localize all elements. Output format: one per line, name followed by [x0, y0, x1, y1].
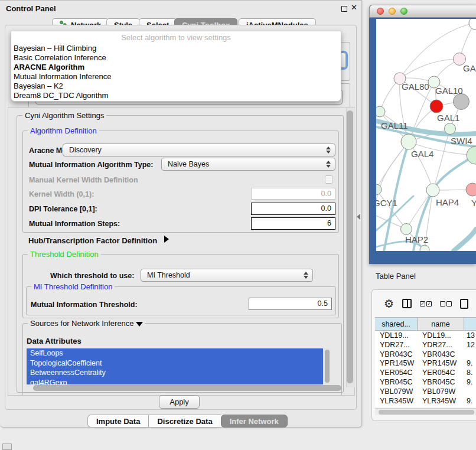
network-graph: GALGAL80GAL10GAL1GAL11SWI4GAL4GCY1HAP4YH…	[376, 19, 476, 251]
attribute-item[interactable]: BetweennessCentrality	[27, 368, 323, 378]
table-row[interactable]: YBR043CYBR043C	[375, 350, 476, 360]
algorithm-option[interactable]: Basic Correlation Inference	[11, 53, 341, 63]
node-label: GAL11	[381, 120, 408, 131]
network-node[interactable]	[401, 224, 412, 235]
select-all-icon[interactable]: ✓✓	[420, 301, 432, 306]
column-header-name[interactable]: name	[418, 318, 464, 330]
apply-button[interactable]: Apply	[159, 395, 200, 409]
tab-discretize-data[interactable]: Discretize Data	[148, 415, 220, 428]
node-label: Y	[471, 198, 476, 208]
table-row[interactable]: YPR145WYPR145W9.	[375, 359, 476, 369]
columns-icon[interactable]	[402, 299, 412, 308]
tab-infer-network[interactable]: Infer Network	[221, 415, 288, 428]
gear-icon[interactable]: ⚙	[384, 298, 394, 309]
table-row[interactable]: YDR27...YDR27...12	[375, 341, 476, 350]
table-row[interactable]: YLR345WYLR345W9.	[375, 397, 476, 406]
algorithm-option[interactable]: ARACNE Algorithm	[11, 63, 341, 72]
combo-stepper-icon	[304, 272, 308, 279]
settings-hscrollbar-thumb[interactable]	[33, 385, 341, 391]
table-cell: YDL19...	[375, 331, 418, 341]
settings-scroll-panel: Cyni Algorithm Settings Algorithm Defini…	[8, 107, 355, 396]
which-threshold-combo[interactable]: MI Threshold	[141, 269, 313, 282]
table-cell: 12	[464, 341, 476, 350]
table-cell: YBR043C	[418, 350, 464, 360]
node-label: HAP4	[436, 197, 459, 207]
network-node[interactable]	[430, 100, 443, 113]
table-row[interactable]: YDL19...YDL19...13	[375, 331, 476, 341]
splitpane-collapse-icon[interactable]	[357, 214, 360, 220]
table-row[interactable]: YBR045CYBR045C9.	[375, 378, 476, 387]
table-cell: 9.	[464, 359, 476, 369]
dpi-tolerance-field[interactable]: 0.0	[251, 203, 335, 215]
collapse-arrow-icon[interactable]	[136, 322, 143, 327]
network-node[interactable]	[466, 183, 476, 196]
teal-edge[interactable]	[454, 229, 476, 251]
table-row[interactable]: YBL079WYBL079W	[375, 387, 476, 397]
table-cell: YBL079W	[375, 387, 418, 397]
algorithm-option[interactable]: Bayesian – Hill Climbing	[11, 44, 341, 53]
algorithm-option[interactable]: Dream8 DC_TDC Algorithm	[11, 91, 341, 100]
data-attributes-list[interactable]: SelfLoopsTopologicalCoefficientBetweenne…	[27, 348, 323, 384]
mi-type-combo[interactable]: Naive Bayes	[161, 158, 335, 171]
bottom-tab-bar: Impute Data Discretize Data Infer Networ…	[87, 415, 288, 428]
which-threshold-label: Which threshold to use:	[50, 272, 134, 280]
export-table-icon[interactable]	[460, 299, 468, 309]
network-node[interactable]	[376, 184, 382, 195]
float-window-icon[interactable]	[341, 6, 347, 12]
gray-edge[interactable]	[433, 129, 450, 190]
table-cell: 8.	[464, 369, 476, 378]
table-cell: 9.	[464, 397, 476, 406]
table-cell: 9.	[464, 406, 476, 407]
table-hscrollbar-thumb[interactable]	[379, 410, 474, 415]
mi-steps-label: Mutual Information Steps:	[29, 220, 120, 228]
aracne-mode-combo[interactable]: Discovery	[63, 144, 335, 156]
manual-kernel-checkbox[interactable]	[325, 175, 333, 184]
settings-vscrollbar-thumb[interactable]	[347, 110, 353, 383]
attributes-scrollbar-thumb[interactable]	[325, 350, 330, 383]
column-header-partial[interactable]	[464, 318, 476, 330]
panel-grip-icon[interactable]	[2, 444, 12, 450]
table-cell: YBL079W	[418, 387, 464, 397]
tab-impute-data[interactable]: Impute Data	[87, 415, 148, 428]
network-node[interactable]	[401, 134, 416, 149]
table-cell: 9.	[464, 378, 476, 387]
mi-threshold-field[interactable]: 0.5	[249, 298, 332, 310]
network-node[interactable]	[454, 94, 470, 110]
gray-edge[interactable]	[400, 59, 459, 79]
table-cell: YIL052C	[375, 406, 418, 407]
minimize-traffic-icon[interactable]	[389, 8, 396, 15]
attribute-item[interactable]: gal4RGexp	[27, 378, 323, 384]
column-header-shared[interactable]: shared...	[375, 318, 418, 330]
table-panel-title: Table Panel	[376, 272, 416, 281]
table-cell: YLR345W	[418, 397, 464, 406]
network-node[interactable]	[426, 184, 439, 197]
attributes-scrollbar-track[interactable]	[324, 348, 331, 384]
node-label: GAL10	[435, 86, 463, 96]
algorithm-option[interactable]: Bayesian – K2	[11, 81, 341, 91]
network-node[interactable]	[467, 146, 476, 164]
attribute-item[interactable]: SelfLoops	[27, 348, 323, 358]
table-body[interactable]: YDL19...YDL19...13YDR27...YDR27...12YBR0…	[375, 331, 476, 407]
network-node[interactable]	[469, 19, 476, 30]
kernel-width-field[interactable]: 0.0	[251, 188, 335, 200]
attribute-item[interactable]: TopologicalCoefficient	[27, 358, 323, 369]
network-node[interactable]	[445, 123, 456, 135]
network-node[interactable]	[376, 106, 385, 117]
algorithm-option[interactable]: Mutual Information Inference	[11, 72, 341, 81]
close-traffic-icon[interactable]	[377, 8, 384, 15]
gray-edge[interactable]	[376, 142, 409, 190]
node-label: SWI4	[451, 136, 472, 146]
deselect-all-icon[interactable]	[440, 301, 452, 306]
network-window-titlebar[interactable]	[369, 5, 476, 18]
table-cell: YDR27...	[375, 341, 418, 350]
close-icon[interactable]: ✕	[351, 3, 357, 12]
table-hscrollbar-track[interactable]	[375, 408, 476, 415]
maximize-traffic-icon[interactable]	[400, 8, 407, 15]
mi-steps-field[interactable]: 6	[251, 217, 335, 230]
table-row[interactable]: YIL052CYIL052C9.	[375, 406, 476, 407]
table-row[interactable]: YER054CYER054C8.	[375, 369, 476, 378]
control-panel-window: Control Panel ✕ Network Style Select Cyn…	[0, 0, 362, 428]
expand-arrow-icon[interactable]	[164, 236, 169, 243]
network-canvas[interactable]: GALGAL80GAL10GAL1GAL11SWI4GAL4GCY1HAP4YH…	[376, 19, 476, 251]
mi-threshold-label: Mutual Information Threshold:	[31, 301, 138, 309]
